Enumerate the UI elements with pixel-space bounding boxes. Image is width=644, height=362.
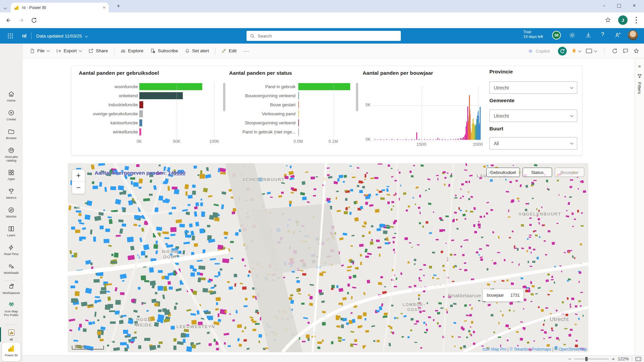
bar[interactable] <box>394 139 395 140</box>
bar[interactable] <box>411 139 412 140</box>
bar[interactable] <box>409 139 409 140</box>
sidebar-item-apps[interactable]: Apps <box>0 169 22 181</box>
sidebar-item-metrics[interactable]: Metrics <box>0 188 22 199</box>
sidebar-item-nl[interactable]: nl <box>0 328 22 341</box>
subscribe-button[interactable]: Subscribe <box>147 46 181 56</box>
map-zoom-in-button[interactable]: + <box>72 170 85 182</box>
chart2-plot-area[interactable] <box>298 82 353 138</box>
bar[interactable] <box>463 137 464 140</box>
bar[interactable] <box>386 139 387 140</box>
bar[interactable] <box>406 139 406 140</box>
share-button[interactable]: Share <box>85 46 111 56</box>
feedback-share-icon[interactable] <box>614 32 621 39</box>
bar[interactable] <box>139 110 143 117</box>
download-icon[interactable] <box>585 32 592 39</box>
slicer-dropdown-buurt[interactable]: All <box>489 137 577 149</box>
map-zoom-out-button[interactable]: − <box>72 182 85 194</box>
sidebar-item-workspaces[interactable]: Workspaces <box>0 283 22 295</box>
sidebar-item-home[interactable]: Home <box>0 90 22 102</box>
sidebar-item-real-time[interactable]: Real-Time <box>0 244 22 256</box>
bookmark-star-icon[interactable] <box>605 17 611 23</box>
data-updated-label[interactable]: Data updated 11/03/25 <box>36 34 82 39</box>
reload-icon[interactable] <box>31 17 37 23</box>
user-avatar[interactable] <box>628 30 638 40</box>
refresh-visuals-button[interactable] <box>612 48 618 54</box>
layer-button-status[interactable]: Status <box>523 168 552 177</box>
set-alert-button[interactable]: Set alert <box>181 46 212 56</box>
data-updated-chevron-icon[interactable] <box>85 33 88 39</box>
bar[interactable] <box>460 138 461 140</box>
edit-button[interactable]: Edit <box>218 46 240 55</box>
notification-badge[interactable]: 58 <box>552 31 561 40</box>
search-input[interactable] <box>258 34 397 39</box>
bar[interactable] <box>389 139 389 140</box>
export-button[interactable]: Export <box>53 46 85 56</box>
report-name[interactable]: nl <box>22 33 26 39</box>
layer-button-bouwjaar[interactable]: Bouwjaar <box>555 168 584 177</box>
sidebar-item-learn[interactable]: Learn <box>0 225 22 237</box>
chart3-plot-area[interactable] <box>373 92 481 140</box>
bar[interactable] <box>139 83 202 90</box>
window-minimize-button[interactable]: − <box>602 3 606 8</box>
bar[interactable] <box>450 139 451 140</box>
count-value[interactable]: 149690 <box>168 170 185 176</box>
trial-status[interactable]: Trial: 19 days left <box>523 29 543 39</box>
bar[interactable] <box>298 83 350 90</box>
bar[interactable] <box>430 139 431 140</box>
fit-to-page-icon[interactable] <box>635 357 641 361</box>
bar[interactable] <box>139 101 143 108</box>
bar[interactable] <box>414 139 415 140</box>
bar[interactable] <box>427 139 428 140</box>
bar[interactable] <box>139 119 142 126</box>
powerbi-app-switcher[interactable]: Power BI <box>2 343 20 361</box>
sidebar-item-monitor[interactable]: Monitor <box>0 206 22 218</box>
view-mode-button[interactable] <box>586 48 597 54</box>
bar[interactable] <box>455 139 456 140</box>
filters-rail-title[interactable]: Filters <box>637 82 642 94</box>
sidebar-item-onelake-catalog[interactable]: OneLake catalog <box>0 147 22 162</box>
sidebar-item-create[interactable]: Create <box>0 109 22 121</box>
slicer-dropdown-gemeente[interactable]: Utrecht <box>489 110 577 122</box>
bar[interactable] <box>377 139 378 140</box>
zoom-in-button[interactable]: + <box>612 356 615 362</box>
reset-default-button[interactable] <box>558 47 567 56</box>
browser-profile-avatar[interactable]: J <box>618 15 628 25</box>
slicer-dropdown-provincie[interactable]: Utrecht <box>489 81 577 94</box>
sidebar-item-icon-map-pro-public[interactable]: Icon Map Pro Public <box>0 301 22 317</box>
forward-icon[interactable] <box>18 17 24 23</box>
browser-tab[interactable]: nl - Power BI × <box>11 3 109 12</box>
bar[interactable] <box>419 139 419 140</box>
back-icon[interactable] <box>5 17 12 23</box>
favorite-star-button[interactable] <box>633 48 639 54</box>
bar[interactable] <box>422 139 422 140</box>
copilot-button[interactable]: Copilot <box>524 46 553 56</box>
new-tab-button[interactable]: + <box>117 3 120 9</box>
bar[interactable] <box>445 139 445 140</box>
settings-gear-icon[interactable] <box>569 32 576 39</box>
bar[interactable] <box>462 138 462 140</box>
window-maximize-button[interactable] <box>617 4 621 8</box>
comments-button[interactable] <box>623 48 629 54</box>
tab-search-chevron-icon[interactable] <box>4 5 6 11</box>
layer-button-gebruiksdoel[interactable]: Gebruiksdoel <box>486 168 520 177</box>
attribution-link[interactable]: Icon Map Pro <box>482 347 506 352</box>
zoom-slider[interactable] <box>574 359 609 359</box>
attribution-link[interactable]: © OpenStreetMap <box>554 347 587 352</box>
bar[interactable] <box>424 139 425 140</box>
bar[interactable] <box>380 139 381 140</box>
bar[interactable] <box>447 139 448 140</box>
explore-button[interactable]: Explore <box>117 46 147 56</box>
sidebar-item-browse[interactable]: Browse <box>0 128 22 140</box>
bar[interactable] <box>442 139 442 140</box>
bar[interactable] <box>436 139 436 140</box>
bar[interactable] <box>433 139 433 140</box>
bar[interactable] <box>383 139 384 140</box>
bar[interactable] <box>391 139 392 140</box>
bar[interactable] <box>437 138 438 140</box>
waffle-menu-icon[interactable] <box>7 33 13 39</box>
sidebar-item-workloads[interactable]: Workloads <box>0 263 22 275</box>
bar[interactable] <box>400 139 401 140</box>
bar[interactable] <box>397 139 398 140</box>
browser-menu-kebab-icon[interactable]: ••• <box>634 16 639 24</box>
chart1-plot-area[interactable] <box>139 82 222 138</box>
